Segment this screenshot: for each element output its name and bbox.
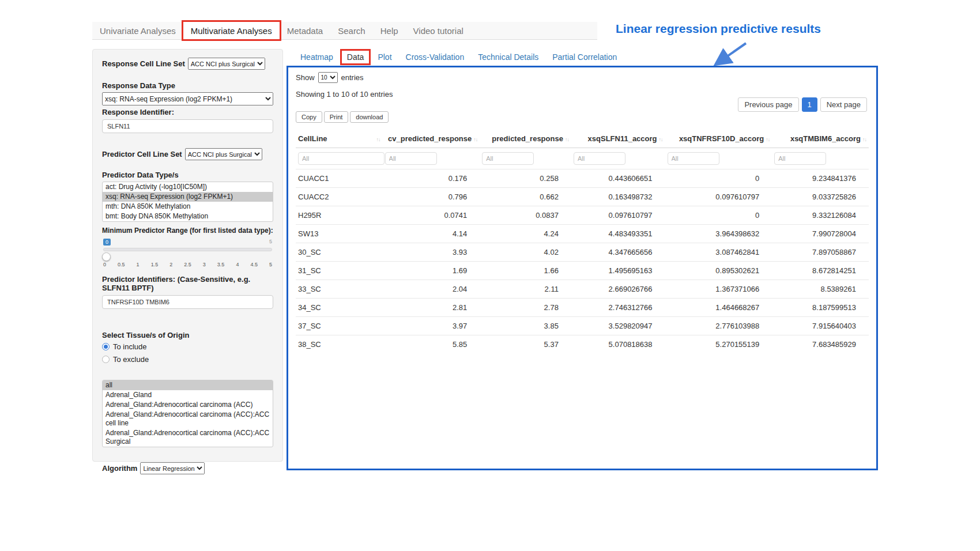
predictor-cell-line-set-select[interactable]: ACC NCI plus Surgical: [185, 148, 262, 160]
listbox-option[interactable]: xsq: RNA-seq Expression (log2 FPKM+1): [103, 192, 273, 202]
result-tab[interactable]: Partial Correlation: [547, 51, 622, 63]
results-table: CellLine cv_predicted_response: [296, 130, 869, 353]
export-button[interactable]: Print: [324, 111, 349, 123]
predictor-data-type-listbox: act: Drug Activity (-log10[IC50M]) xsq: …: [102, 182, 273, 222]
column-filter-input[interactable]: [482, 152, 534, 165]
column-filter-input[interactable]: [774, 152, 826, 165]
column-header[interactable]: cv_predicted_response: [383, 130, 480, 148]
result-tab[interactable]: Cross-Validation: [401, 51, 470, 63]
column-header[interactable]: xsqSLFN11_accorg: [571, 130, 665, 148]
table-cell: 2.81: [383, 299, 480, 317]
table-cell: 31_SC: [296, 262, 383, 280]
sort-icon[interactable]: [862, 137, 866, 142]
sort-icon[interactable]: [473, 137, 477, 142]
column-header[interactable]: xsqTMBIM6_accorg: [772, 130, 869, 148]
table-row: 38_SC 5.85 5.37 5.070818638 5.270155139 …: [296, 335, 869, 354]
page-length-select[interactable]: 10: [318, 72, 338, 83]
table-cell: 9.033725826: [772, 188, 869, 206]
table-cell: 0.443606651: [571, 169, 665, 188]
table-cell: 8.5389261: [772, 280, 869, 299]
tissue-origin-radios: To include To exclude: [102, 342, 273, 364]
column-filter-cell: [296, 148, 383, 169]
nav-item[interactable]: Help: [373, 22, 406, 39]
table-cell: 1.367371066: [665, 280, 772, 299]
slider-tick-label: 0: [103, 262, 106, 267]
table-cell: 9.234841376: [772, 169, 869, 188]
result-tab[interactable]: Data: [342, 51, 370, 63]
predictor-data-type-label: Predictor Data Type/s: [102, 171, 273, 179]
next-page-button[interactable]: Next page: [820, 97, 867, 112]
response-cell-line-set-select[interactable]: ACC NCI plus Surgical: [188, 58, 265, 70]
sort-icon[interactable]: [376, 137, 380, 142]
listbox-option[interactable]: act: Drug Activity (-log10[IC50M]): [103, 182, 273, 192]
result-tab[interactable]: Technical Details: [473, 51, 544, 63]
previous-page-button[interactable]: Previous page: [738, 97, 798, 112]
slider-tick-label: 3.5: [217, 262, 225, 267]
table-cell: 7.915640403: [772, 317, 869, 335]
listbox-option[interactable]: Adrenal_Gland:Adrenocortical carcinoma (…: [103, 428, 273, 447]
table-cell: 5.37: [480, 335, 571, 354]
table-cell: 2.776103988: [665, 317, 772, 335]
annotation-title: Linear regression predictive results: [616, 22, 821, 36]
algorithm-label: Algorithm: [102, 464, 137, 473]
result-tab[interactable]: Heatmap: [295, 51, 338, 63]
column-header-label: cv_predicted_response: [388, 134, 472, 143]
column-header[interactable]: predicted_response: [480, 130, 571, 148]
result-tab[interactable]: Plot: [372, 51, 397, 63]
table-header-row: CellLine cv_predicted_response: [296, 130, 869, 148]
table-row: SW13 4.14 4.24 4.483493351 3.964398632 7…: [296, 225, 869, 243]
export-button[interactable]: Copy: [296, 111, 322, 123]
sort-icon[interactable]: [565, 137, 569, 142]
table-row: CUACC2 0.796 0.662 0.163498732 0.0976107…: [296, 188, 869, 206]
slider-tick-label: 1.5: [151, 262, 159, 267]
sort-icon[interactable]: [766, 137, 770, 142]
column-header[interactable]: xsqTNFRSF10D_accorg: [665, 130, 772, 148]
slider-handle[interactable]: [102, 252, 111, 261]
listbox-option[interactable]: bmt: Body DNA 850K Methylation: [103, 212, 273, 221]
slider-track[interactable]: [103, 248, 272, 251]
table-cell: 2.746312766: [571, 299, 665, 317]
sort-icon[interactable]: [659, 137, 663, 142]
listbox-option[interactable]: Adrenal_Gland:Adrenocortical carcinoma (…: [103, 400, 273, 410]
listbox-option[interactable]: Adrenal_Gland: [103, 390, 273, 400]
nav-item[interactable]: Univariate Analyses: [92, 22, 183, 39]
listbox-option[interactable]: Adrenal_Gland:Adrenocortical carcinoma (…: [103, 410, 273, 428]
table-cell: 7.683485929: [772, 335, 869, 354]
nav-item[interactable]: Multivariate Analyses: [183, 22, 280, 39]
nav-item[interactable]: Metadata: [280, 22, 331, 39]
column-filter-cell: [665, 148, 772, 169]
export-button[interactable]: download: [350, 111, 389, 123]
tissue-listbox: all Adrenal_Gland Adrenal_Gland:Adrenoco…: [102, 380, 273, 447]
response-identifier-label: Response Identifier:: [102, 108, 273, 116]
listbox-option[interactable]: mth: DNA 850K Methylation: [103, 202, 273, 212]
response-data-type-select[interactable]: xsq: RNA-seq Expression (log2 FPKM+1): [102, 92, 273, 105]
page-number-button[interactable]: 1: [802, 97, 817, 112]
column-filter-cell: [383, 148, 480, 169]
column-filter-input[interactable]: [385, 152, 437, 165]
min-predictor-range-slider: 0 5 00.511.522.533.544.55: [103, 240, 272, 269]
predictor-identifiers-input[interactable]: [102, 295, 273, 309]
table-cell: 1.495695163: [571, 262, 665, 280]
tissue-origin-radio[interactable]: To include: [102, 342, 273, 351]
listbox-option[interactable]: all: [103, 380, 273, 390]
predictor-identifiers-label: Predictor Identifiers: (Case-Sensitive, …: [102, 275, 273, 292]
tissue-origin-radio[interactable]: To exclude: [102, 355, 273, 364]
column-header[interactable]: CellLine: [296, 130, 383, 148]
table-row: CUACC1 0.176 0.258 0.443606651 0 9.23484…: [296, 169, 869, 188]
table-cell: 30_SC: [296, 243, 383, 262]
response-data-type-label: Response Data Type: [102, 81, 273, 90]
table-cell: 0.097610797: [571, 206, 665, 225]
table-cell: 0.0741: [383, 206, 480, 225]
table-cell: 3.964398632: [665, 225, 772, 243]
column-header-label: predicted_response: [492, 134, 563, 143]
nav-item[interactable]: Search: [330, 22, 373, 39]
table-cell: 3.087462841: [665, 243, 772, 262]
response-identifier-input[interactable]: [102, 119, 273, 133]
column-filter-input[interactable]: [574, 152, 625, 165]
nav-item[interactable]: Video tutorial: [406, 22, 471, 39]
table-cell: 4.24: [480, 225, 571, 243]
column-filter-input[interactable]: [298, 152, 385, 165]
algorithm-select[interactable]: Linear Regression: [140, 462, 205, 474]
table-cell: 3.93: [383, 243, 480, 262]
column-filter-input[interactable]: [668, 152, 719, 165]
